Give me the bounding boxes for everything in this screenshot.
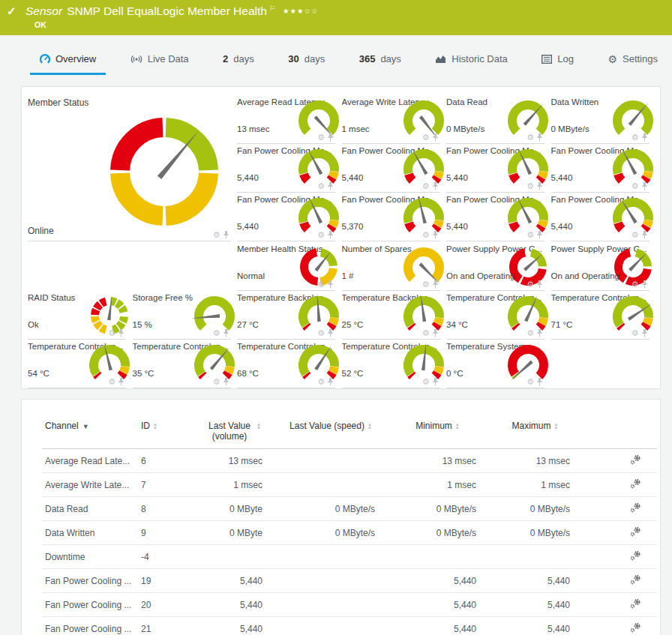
gauge-raid-status[interactable]: RAID StatusOk⚙	[28, 293, 126, 340]
gear-icon[interactable]: ⚙	[317, 281, 325, 288]
gear-icon[interactable]: ⚙	[422, 232, 430, 238]
gear-icon[interactable]: ⚙	[213, 232, 220, 238]
pin-icon[interactable]	[432, 133, 439, 142]
gauge-temp-system[interactable]: Temperature System0 °C⚙	[446, 342, 544, 388]
gauge-temp-control-6[interactable]: Temperature Control m...52 °C⚙	[342, 342, 440, 388]
star-rating[interactable]: ★★★☆☆	[283, 7, 319, 15]
channel-settings-icon[interactable]	[630, 502, 641, 513]
pin-icon[interactable]	[641, 329, 648, 337]
gauge-avg-write-latency[interactable]: Average Write Latency1 msec⚙	[342, 97, 440, 144]
gear-icon[interactable]: ⚙	[317, 134, 325, 141]
gauge-data-written[interactable]: Data Written0 MByte/s⚙	[551, 97, 650, 144]
priority-flag-icon[interactable]: ⚐	[269, 4, 275, 12]
gauge-fan-3[interactable]: Fan Power Cooling Mo...5,440⚙	[446, 146, 544, 193]
channel-name[interactable]: Downtime	[42, 545, 138, 569]
pin-icon[interactable]	[641, 182, 648, 190]
gauge-fan-5[interactable]: Fan Power Cooling Mo...5,440⚙	[237, 195, 335, 241]
pin-icon[interactable]	[432, 378, 439, 386]
gauge-fan-6[interactable]: Fan Power Cooling Mo...5,370⚙	[342, 195, 440, 241]
gear-icon[interactable]: ⚙	[632, 281, 639, 288]
pin-icon[interactable]	[641, 133, 648, 142]
gauge-temp-control-2[interactable]: Temperature Control m...71 °C⚙	[551, 293, 650, 340]
channel-name[interactable]: Average Read Late...	[42, 449, 138, 473]
pin-icon[interactable]	[223, 329, 230, 337]
pin-icon[interactable]	[327, 378, 334, 386]
channel-settings-icon[interactable]	[630, 550, 641, 561]
tab-live-data[interactable]: Live Data	[121, 46, 199, 75]
gear-icon[interactable]: ⚙	[526, 330, 534, 337]
gear-icon[interactable]: ⚙	[526, 281, 534, 288]
gear-icon[interactable]: ⚙	[317, 379, 325, 385]
gear-icon[interactable]: ⚙	[526, 134, 534, 141]
pin-icon[interactable]	[536, 378, 543, 386]
channel-settings-icon[interactable]	[630, 622, 641, 633]
column-header-max[interactable]: Maximum▲▼	[488, 418, 582, 449]
gear-icon[interactable]: ⚙	[632, 134, 639, 141]
pin-icon[interactable]	[641, 231, 648, 239]
pin-icon[interactable]	[327, 329, 334, 337]
tab-overview[interactable]: Overview	[30, 46, 106, 75]
channel-name[interactable]: Data Written	[42, 521, 138, 545]
column-header-min[interactable]: Minimum▲▼	[387, 418, 488, 449]
pin-icon[interactable]	[118, 329, 124, 337]
gauge-temp-backplane-2[interactable]: Temperature Backplan...25 °C⚙	[342, 293, 440, 340]
gauge-temp-control-5[interactable]: Temperature Control m...68 °C⚙	[237, 342, 335, 388]
gear-icon[interactable]: ⚙	[422, 281, 430, 288]
tab-settings[interactable]: ⚙Settings	[598, 46, 668, 75]
gauge-temp-control-4[interactable]: Temperature Control m...35 °C⚙	[133, 342, 231, 388]
gear-icon[interactable]: ⚙	[526, 379, 534, 385]
channel-name[interactable]: Average Write Late...	[42, 473, 138, 497]
tab-2-days[interactable]: 2days	[213, 46, 264, 75]
gear-icon[interactable]: ⚙	[108, 379, 116, 385]
pin-icon[interactable]	[223, 378, 230, 386]
gauge-member-status[interactable]: Member StatusOnline⚙	[28, 97, 231, 241]
channel-name[interactable]: Fan Power Cooling ...	[42, 569, 138, 593]
pin-icon[interactable]	[327, 231, 334, 239]
pin-icon[interactable]	[118, 378, 124, 386]
pin-icon[interactable]	[327, 133, 334, 142]
gear-icon[interactable]: ⚙	[422, 134, 430, 141]
gear-icon[interactable]: ⚙	[317, 183, 325, 190]
gauge-temp-control-3[interactable]: Temperature Control m...54 °C⚙	[28, 342, 126, 388]
column-header-vol[interactable]: Last Value (volume)▲▼	[192, 418, 274, 449]
gauge-fan-8[interactable]: Fan Power Cooling Mo...5,440⚙	[551, 195, 650, 241]
gauge-power-supply-2[interactable]: Power Supply Power C...On and Operating⚙	[551, 244, 650, 291]
gauge-temp-control-1[interactable]: Temperature Control m...34 °C⚙	[446, 293, 544, 340]
column-header-speed[interactable]: Last Value (speed)▲▼	[274, 418, 387, 449]
pin-icon[interactable]	[536, 280, 543, 289]
pin-icon[interactable]	[432, 231, 439, 239]
pin-icon[interactable]	[536, 329, 543, 337]
gear-icon[interactable]: ⚙	[317, 232, 325, 238]
pin-icon[interactable]	[327, 280, 334, 289]
gauge-fan-2[interactable]: Fan Power Cooling Mo...5,440⚙	[342, 146, 440, 193]
channel-name[interactable]: Fan Power Cooling ...	[42, 593, 138, 617]
pin-icon[interactable]	[432, 329, 439, 337]
tab-30-days[interactable]: 30days	[278, 46, 334, 75]
gauge-power-supply-1[interactable]: Power Supply Power C...On and Operating⚙	[446, 244, 544, 291]
pin-icon[interactable]	[536, 133, 543, 142]
gauge-temp-backplane-1[interactable]: Temperature Backplan...27 °C⚙	[237, 293, 335, 340]
tab-365-days[interactable]: 365days	[350, 46, 411, 75]
pin-icon[interactable]	[536, 231, 543, 239]
gear-icon[interactable]: ⚙	[422, 183, 430, 190]
pin-icon[interactable]	[432, 280, 439, 289]
channel-settings-icon[interactable]	[630, 478, 641, 489]
gear-icon[interactable]: ⚙	[526, 183, 534, 190]
gauge-storage-free[interactable]: Storage Free %15 %⚙	[133, 293, 231, 340]
gear-icon[interactable]: ⚙	[422, 379, 430, 385]
pin-icon[interactable]	[536, 182, 543, 190]
column-header-id[interactable]: ID▲▼	[138, 418, 192, 449]
gear-icon[interactable]: ⚙	[422, 330, 430, 337]
channel-name[interactable]: Data Read	[42, 497, 138, 521]
gear-icon[interactable]: ⚙	[632, 330, 639, 337]
gear-icon[interactable]: ⚙	[213, 330, 220, 337]
channel-settings-icon[interactable]	[630, 454, 641, 465]
gear-icon[interactable]: ⚙	[317, 330, 325, 337]
gear-icon[interactable]: ⚙	[526, 232, 534, 238]
gear-icon[interactable]: ⚙	[632, 183, 639, 190]
pin-icon[interactable]	[327, 182, 334, 190]
channel-name[interactable]: Fan Power Cooling ...	[42, 617, 138, 635]
pin-icon[interactable]	[432, 182, 439, 190]
gauge-number-of-spares[interactable]: Number of Spares1 #⚙	[342, 244, 440, 291]
gear-icon[interactable]: ⚙	[632, 232, 639, 238]
